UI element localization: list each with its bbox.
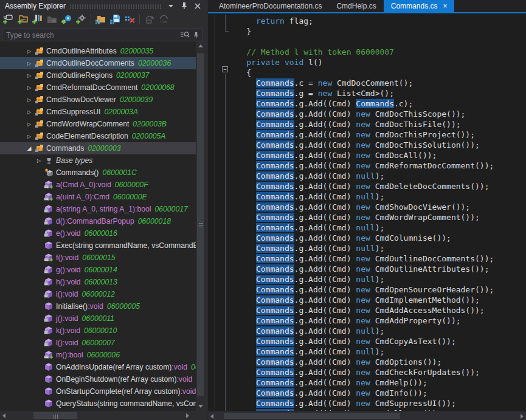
tree-row[interactable]: e():void06000016 (0, 227, 205, 239)
search-pin-icon[interactable] (190, 30, 201, 40)
tree-row[interactable]: Commands()0600001C (0, 167, 205, 179)
scroll-right-arrow-icon[interactable] (521, 414, 524, 419)
tree-row[interactable]: a(Cmd A_0):void0600000F (0, 179, 205, 191)
code-line[interactable]: Commands.g.Add((Cmd) new CmdCopyAsText()… (227, 336, 526, 346)
add-assembly-icon[interactable] (1, 13, 15, 26)
code-line[interactable]: Commands.g.Add((Cmd) null); (227, 346, 526, 357)
tree-vertical-scrollbar[interactable] (196, 41, 205, 411)
scroll-up-arrow-icon[interactable] (198, 44, 203, 47)
tree-row[interactable]: h():void06000013 (0, 276, 205, 288)
tree-row[interactable]: ▷CmdReformatDocComment02000068 (0, 81, 205, 94)
expander-collapsed-icon[interactable]: ▷ (24, 97, 34, 103)
open-assembly-folder-icon[interactable] (16, 13, 30, 26)
code-line[interactable]: Commands.g.Add((Cmd) null); (227, 191, 526, 202)
code-line[interactable]: Commands.g.Add((Cmd) new CmdAddAccessMet… (227, 305, 526, 315)
expander-collapsed-icon[interactable]: ▷ (24, 122, 34, 127)
code-area[interactable]: − return flag; } // Method l with token … (208, 15, 526, 420)
code-line[interactable]: Commands.g.Add((Cmd) null); (227, 326, 526, 336)
tree-horizontal-scrollbar[interactable] (0, 411, 205, 420)
tree-row[interactable]: OnAddInsUpdate(ref Array custom):void060… (0, 361, 205, 373)
code-line[interactable]: Commands.g.Add((Cmd) new CmdColumnise())… (227, 233, 526, 243)
tree-row[interactable]: d():CommandBarPopup06000018 (0, 215, 205, 227)
expander-collapsed-icon[interactable]: ▷ (24, 134, 34, 139)
tree-vscroll-thumb[interactable] (197, 53, 204, 396)
tree-row[interactable]: g():void06000014 (0, 264, 205, 276)
code-line[interactable]: } (227, 26, 526, 36)
code-line[interactable]: Commands.g = new List<Cmd>(); (227, 88, 526, 98)
code-line[interactable]: Commands.g.Add((Cmd) new CmdDeleteDocCom… (227, 181, 526, 191)
tree-row[interactable]: ▷CmdWordWrapComment0200003B (0, 118, 205, 130)
tree-row[interactable]: ▷CmdSuppressUI0200003A (0, 106, 205, 118)
code-line[interactable]: Commands.g.Add((Cmd) new CmdReformatDocC… (227, 160, 526, 171)
code-line[interactable]: Commands.g.Add((Cmd) new CmdDocThisFile(… (227, 119, 526, 129)
panel-menu-chevron-icon[interactable] (166, 2, 176, 10)
open-nuget-icon[interactable] (60, 13, 74, 26)
expander-collapsed-icon[interactable]: ▷ (34, 158, 44, 164)
code-line[interactable]: // Method l with token 06000007 (227, 47, 526, 57)
tree-row[interactable]: ▷CmdOutlineAttributes02000035 (0, 45, 205, 57)
tab-close-icon[interactable]: × (443, 2, 447, 10)
code-line[interactable]: Commands.g.Add((Cmd) new CmdOutlineAttri… (227, 264, 526, 274)
tree-row[interactable]: f():void06000015 (0, 252, 205, 264)
expander-collapsed-icon[interactable]: ▷ (24, 109, 34, 115)
code-line[interactable]: Commands.g.Add((Cmd) null); (227, 222, 526, 233)
search-input[interactable] (2, 31, 179, 40)
show-in-explorer-icon[interactable] (94, 13, 108, 26)
scroll-left-arrow-icon[interactable] (2, 413, 5, 418)
code-line[interactable]: Commands.g.Add((Cmd) null); (227, 171, 526, 181)
tree-row[interactable]: QueryStatus(string commandName, vsComman… (0, 398, 205, 410)
tree-row[interactable]: j():void06000011 (0, 312, 205, 325)
expander-collapsed-icon[interactable]: ▷ (24, 61, 34, 66)
tree-row[interactable]: a(string A_0, string A_1):bool06000017 (0, 203, 205, 215)
code-line[interactable]: private void l() (227, 57, 526, 67)
scroll-down-arrow-icon[interactable] (198, 405, 203, 408)
editor-horizontal-scrollbar[interactable] (208, 411, 526, 420)
expander-collapsed-icon[interactable]: ▷ (24, 49, 34, 54)
code-line[interactable] (227, 36, 526, 47)
code-line[interactable]: Commands.g.Add((Cmd) new CmdShowDocViewe… (227, 202, 526, 212)
tab-commands-cs[interactable]: Commands.cs× (384, 0, 455, 12)
code-line[interactable]: return flag; (227, 16, 526, 26)
tree-row[interactable]: a(uint A_0):Cmd0600000E (0, 191, 205, 203)
code-line[interactable]: Commands.g.Add((Cmd) new CmdDocThisScope… (227, 109, 526, 119)
panel-header[interactable]: Assembly Explorer (0, 0, 205, 11)
add-assembly-list-icon[interactable] (30, 13, 44, 26)
code-line[interactable]: Commands.g.Add((Cmd) new CmdOutlineDocCo… (227, 253, 526, 264)
tree-row[interactable]: l():void06000007 (0, 337, 205, 349)
code-line[interactable]: Commands.g.Add((Cmd) new CmdHelp()); (227, 377, 526, 388)
code-line[interactable]: Commands.g.Add((Cmd) new CmdOpenSourceOr… (227, 284, 526, 295)
code-line[interactable]: Commands.g.Add((Cmd) new CmdDocAll()); (227, 150, 526, 160)
tree-row[interactable]: k():void06000010 (0, 325, 205, 337)
expander-expanded-icon[interactable]: ◢ (24, 145, 34, 151)
code-line[interactable]: Commands.g.Add((Cmd) new CmdCheckForUpda… (227, 367, 526, 377)
code-line[interactable]: Commands.c = new CmdDocComment(); (227, 78, 526, 88)
tree-row[interactable]: ▷CmdOutlineDocComments02000036 (0, 57, 205, 69)
code-line[interactable]: Commands.g.Add((Cmd) new CmdDocThisSolut… (227, 140, 526, 150)
tree-row[interactable]: OnStartupComplete(ref Array custom):void… (0, 385, 205, 398)
add-gear-icon[interactable] (74, 13, 88, 26)
tree-row[interactable]: ▷CmdShowDocViewer02000039 (0, 94, 205, 106)
tree-row[interactable]: ▷CmdOutlineRegions02000037 (0, 69, 205, 81)
tree-row[interactable]: ◢Commands02000003 (0, 142, 205, 154)
tree-row[interactable]: i():void06000012 (0, 288, 205, 300)
code-line[interactable]: Commands.g.Add((Cmd) new CmdImplementMet… (227, 295, 526, 305)
search-options-icon[interactable] (179, 30, 190, 40)
tree-hscroll-thumb[interactable] (33, 412, 77, 419)
code-line[interactable]: Commands.g.Add((Cmd) new CmdInfo()); (227, 388, 526, 398)
code-line[interactable]: Commands.g.Add((Cmd) new CmdOptions()); (227, 357, 526, 367)
code-line[interactable]: Commands.g.Add((Cmd) null); (227, 274, 526, 284)
editor-hscroll-thumb[interactable] (224, 413, 400, 419)
search-box[interactable] (2, 29, 203, 41)
code-line[interactable]: Commands.g.Add((Cmd) new CmdDocThisProje… (227, 129, 526, 140)
tab-atomineerprodocumentation-cs[interactable]: AtomineerProDocumentation.cs (212, 0, 329, 12)
tree-row[interactable]: OnBeginShutdown(ref Array custom):void06… (0, 373, 205, 385)
code-line[interactable]: Commands.g.Add((Cmd) Commands.c); (227, 98, 526, 109)
code-line[interactable]: Commands.g.Add((Cmd) new CmdSuppressUI()… (227, 398, 526, 408)
pin-icon[interactable] (179, 2, 189, 10)
code-line[interactable]: { (227, 67, 526, 78)
remove-assemblies-icon[interactable] (123, 13, 137, 26)
tree-row[interactable]: m():bool06000006 (0, 349, 205, 361)
scroll-right-arrow-icon[interactable] (186, 413, 189, 418)
expander-collapsed-icon[interactable]: ▷ (24, 85, 34, 91)
tab-cmdhelp-cs[interactable]: CmdHelp.cs (329, 0, 383, 12)
